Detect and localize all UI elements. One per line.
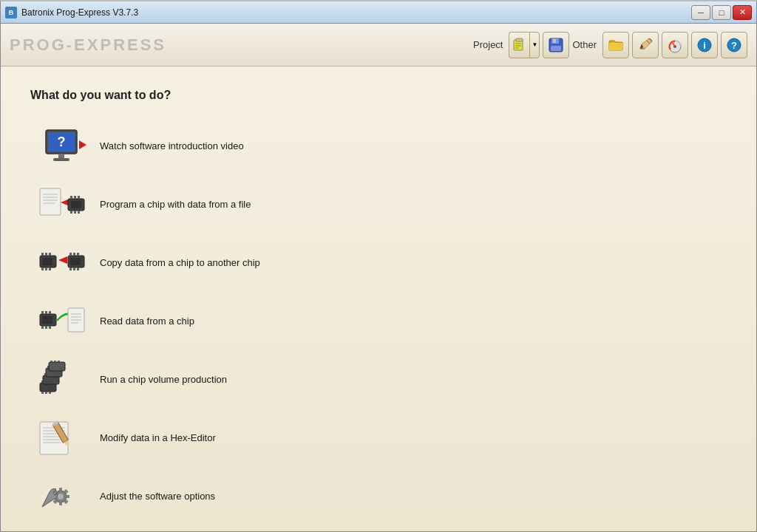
svg-rect-61 [42, 316, 52, 324]
title-left: B Batronix Prog-Express V3.7.3 [5, 7, 138, 18]
content-area: What do you want to do? ? Watch software… [1, 66, 756, 531]
svg-rect-21 [53, 158, 69, 161]
menu-item-read-chip[interactable]: Read data from a chip [30, 298, 727, 344]
app-logo: PROG-EXPRESS [10, 35, 467, 55]
page-title: What do you want to do? [30, 89, 727, 102]
save-button[interactable] [543, 32, 569, 58]
svg-rect-101 [66, 495, 69, 498]
options-label: Adjust the software options [100, 491, 215, 502]
intro-video-label: Watch software introduction video [100, 140, 244, 151]
svg-rect-84 [50, 361, 52, 362]
copy-chip-icon [36, 242, 88, 283]
new-open-arrow[interactable]: ▼ [529, 32, 540, 58]
svg-rect-8 [551, 46, 561, 51]
app-icon: B [5, 7, 17, 18]
menu-item-copy-chip[interactable]: Copy data from a chip to another chip [30, 239, 727, 286]
svg-rect-39 [45, 253, 47, 256]
svg-rect-38 [41, 253, 44, 256]
other-label: Other [572, 39, 597, 50]
svg-rect-47 [69, 253, 72, 256]
volume-production-label: Run a chip volume production [100, 374, 227, 385]
info-button[interactable]: i [691, 32, 718, 58]
copy-chip-label: Copy data from a chip to another chip [100, 257, 260, 268]
svg-rect-23 [40, 188, 61, 215]
svg-rect-72 [41, 392, 44, 394]
toolbar: PROG-EXPRESS Project ▼ [1, 24, 756, 66]
svg-rect-30 [70, 196, 72, 199]
svg-rect-36 [71, 201, 81, 208]
window-title: Batronix Prog-Express V3.7.3 [21, 7, 138, 18]
title-bar: B Batronix Prog-Express V3.7.3 ─ □ ✕ [1, 1, 756, 24]
read-chip-label: Read data from a chip [100, 316, 194, 327]
svg-rect-52 [77, 267, 79, 270]
options-icon [36, 476, 88, 516]
svg-rect-34 [74, 211, 76, 214]
svg-rect-48 [73, 253, 75, 256]
menu-item-program-chip[interactable]: Program a chip with data from a file [30, 181, 727, 228]
svg-rect-57 [49, 311, 51, 314]
svg-rect-20 [58, 154, 64, 158]
svg-rect-60 [49, 326, 51, 329]
program-chip-icon [36, 184, 88, 225]
svg-rect-42 [45, 267, 47, 270]
svg-rect-85 [54, 361, 56, 362]
menu-item-hex-editor[interactable]: Modify data in a Hex-Editor [30, 415, 727, 461]
svg-rect-55 [41, 311, 44, 314]
window-controls: ─ □ ✕ [691, 5, 752, 20]
svg-rect-33 [70, 211, 72, 214]
svg-rect-1 [516, 38, 523, 41]
svg-rect-73 [45, 392, 47, 394]
svg-rect-51 [73, 267, 75, 270]
read-chip-icon [36, 301, 88, 341]
svg-rect-59 [45, 326, 47, 329]
close-button[interactable]: ✕ [733, 5, 752, 20]
hex-editor-label: Modify data in a Hex-Editor [100, 432, 216, 443]
svg-rect-83 [49, 362, 65, 371]
svg-point-98 [58, 494, 64, 499]
svg-rect-56 [45, 311, 47, 314]
svg-rect-53 [70, 258, 81, 265]
svg-rect-31 [74, 196, 76, 199]
svg-text:?: ? [731, 40, 737, 51]
svg-rect-100 [59, 502, 62, 505]
svg-rect-32 [78, 196, 80, 199]
menu-item-volume-production[interactable]: Run a chip volume production [30, 356, 727, 403]
main-window: B Batronix Prog-Express V3.7.3 ─ □ ✕ PRO… [0, 0, 757, 532]
svg-rect-44 [42, 258, 52, 265]
help-button[interactable]: ? [721, 32, 747, 58]
folder-button[interactable] [602, 32, 629, 58]
restore-button[interactable]: □ [712, 5, 731, 20]
toolbar-right: Project ▼ [473, 32, 747, 58]
menu-item-intro-video[interactable]: ? Watch software introduction video [30, 123, 727, 169]
svg-rect-41 [41, 267, 44, 270]
minimize-button[interactable]: ─ [691, 5, 710, 20]
svg-marker-45 [58, 256, 67, 264]
program-chip-label: Program a chip with data from a file [100, 199, 251, 210]
svg-marker-22 [79, 140, 86, 149]
svg-text:i: i [703, 40, 706, 51]
svg-rect-49 [77, 253, 79, 256]
svg-text:?: ? [57, 134, 65, 149]
svg-rect-99 [59, 488, 62, 491]
svg-rect-74 [49, 392, 51, 394]
edit-button[interactable] [632, 32, 659, 58]
svg-rect-50 [69, 267, 72, 270]
svg-rect-40 [49, 253, 51, 256]
svg-rect-43 [49, 267, 51, 270]
menu-item-options[interactable]: Adjust the software options [30, 473, 727, 519]
svg-rect-7 [553, 39, 556, 43]
project-label: Project [473, 39, 503, 50]
new-open-main[interactable] [509, 32, 529, 58]
new-open-split-button[interactable]: ▼ [509, 32, 540, 58]
volume-production-icon [36, 359, 88, 400]
hex-editor-icon [36, 417, 88, 458]
svg-rect-58 [41, 326, 44, 329]
gauge-button[interactable] [662, 32, 688, 58]
svg-rect-35 [78, 211, 80, 214]
svg-rect-86 [58, 361, 60, 362]
intro-video-icon: ? [36, 126, 88, 166]
